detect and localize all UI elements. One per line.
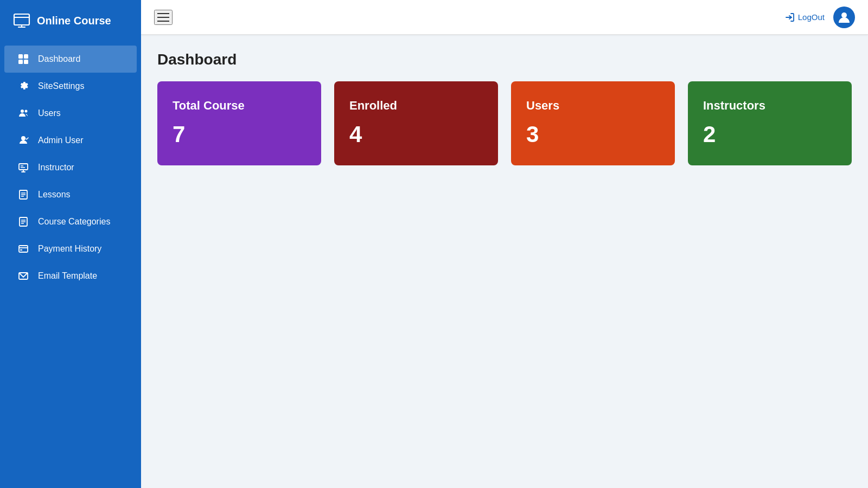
stat-card-value: 7 [173,121,306,147]
email-icon [17,270,29,282]
sidebar-brand[interactable]: Online Course [0,0,141,41]
hamburger-line [157,13,169,14]
sidebar-item-label: Users [38,108,61,118]
svg-rect-7 [24,60,28,64]
hamburger-button[interactable] [154,10,173,25]
stat-card-title: Enrolled [349,99,483,113]
course-cat-icon [17,216,29,228]
svg-rect-10 [19,164,28,170]
svg-rect-0 [14,14,29,25]
sidebar-item-lessons[interactable]: Lessons [4,181,137,208]
logout-icon [784,12,795,23]
svg-rect-25 [20,249,22,251]
svg-point-28 [841,12,847,18]
topbar-right: LogOut [784,7,855,28]
avatar-icon [837,10,852,25]
stat-card-instructors: Instructors 2 [688,81,852,165]
sidebar-item-label: Email Template [38,271,97,281]
svg-rect-23 [19,246,28,252]
sidebar-item-dashboard[interactable]: Dashboard [4,46,137,73]
stat-card-users: Users 3 [511,81,675,165]
stat-card-title: Total Course [173,99,306,113]
lessons-icon [17,189,29,201]
settings-icon [17,80,29,92]
topbar: LogOut [141,0,868,35]
sidebar-nav: Dashboard SiteSettings Users Admin User [0,41,141,290]
sidebar-item-label: SiteSettings [38,81,84,91]
logout-label: LogOut [798,12,825,22]
payment-icon [17,243,29,255]
sidebar-item-label: Instructor [38,163,74,172]
dashboard-icon [17,53,29,65]
svg-point-9 [25,110,28,113]
sidebar-item-instructor[interactable]: Instructor [4,154,137,181]
stat-card-total-course: Total Course 7 [157,81,321,165]
brand-icon [13,12,30,29]
stat-card-title: Instructors [703,99,837,113]
main-area: LogOut Dashboard Total Course 7 Enrolled… [141,0,868,488]
main-content: Dashboard Total Course 7 Enrolled 4 User… [141,35,868,488]
users-icon [17,107,29,119]
svg-rect-4 [18,54,23,59]
sidebar-item-label: Admin User [38,136,84,145]
stat-card-value: 2 [703,121,837,147]
sidebar: Online Course Dashboard SiteSettings Use… [0,0,141,488]
stat-card-value: 4 [349,121,483,147]
hamburger-line [157,21,169,22]
svg-rect-5 [24,54,28,59]
stat-card-enrolled: Enrolled 4 [334,81,498,165]
svg-point-8 [21,110,24,113]
brand-name: Online Course [37,15,111,27]
sidebar-item-course-categories[interactable]: Course Categories [4,208,137,235]
svg-rect-6 [18,60,23,64]
page-title: Dashboard [157,51,852,68]
sidebar-item-label: Payment History [38,244,101,254]
user-avatar[interactable] [833,7,855,28]
sidebar-item-site-settings[interactable]: SiteSettings [4,73,137,100]
sidebar-item-users[interactable]: Users [4,100,137,127]
stat-card-value: 3 [526,121,660,147]
sidebar-item-label: Lessons [38,190,71,200]
stat-card-title: Users [526,99,660,113]
admin-icon [17,134,29,146]
sidebar-item-label: Course Categories [38,217,110,227]
sidebar-item-admin-user[interactable]: Admin User [4,127,137,154]
instructor-icon [17,162,29,174]
hamburger-line [157,17,169,18]
sidebar-item-email-template[interactable]: Email Template [4,262,137,290]
logout-button[interactable]: LogOut [784,12,825,23]
sidebar-item-payment-history[interactable]: Payment History [4,235,137,262]
sidebar-item-label: Dashboard [38,54,80,64]
stats-grid: Total Course 7 Enrolled 4 Users 3 Instru… [157,81,852,165]
